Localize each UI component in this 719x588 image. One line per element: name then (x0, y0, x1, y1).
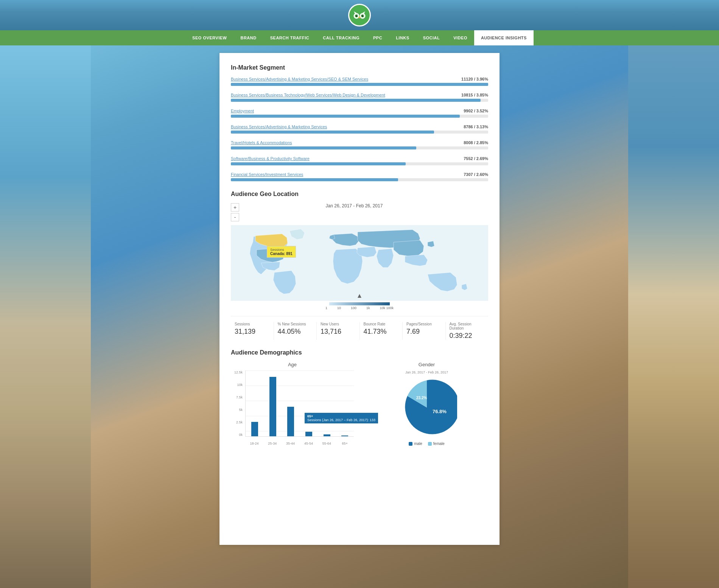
age-bar-35-44[interactable] (282, 370, 300, 436)
logo (348, 4, 371, 26)
x-label: 45-54 (299, 442, 317, 445)
segment-bar-fill (231, 83, 488, 86)
navigation: SEO OVERVIEW BRAND SEARCH TRAFFIC CALL T… (0, 30, 719, 45)
legend-female: female (428, 442, 445, 446)
svg-point-7 (363, 15, 363, 16)
segment-bar-bg (231, 146, 488, 149)
gender-chart-title: Gender (365, 362, 488, 367)
demographics-section: Audience Demographics Age 12.5k 10k 7.5k… (231, 349, 488, 446)
segment-value: 11120 / 3.96% (461, 77, 488, 81)
svg-point-6 (356, 15, 357, 16)
y-label-75k: 7.5k (231, 395, 243, 399)
content-panel: In-Market Segment Business Services/Adve… (219, 53, 500, 545)
stat-bounce-rate: Bounce Rate 41.73% (360, 322, 403, 340)
segment-bar-bg (231, 131, 488, 134)
world-map (231, 225, 488, 301)
segment-label[interactable]: Business Services/Advertising & Marketin… (231, 124, 327, 129)
nav-brand[interactable]: BRAND (233, 30, 263, 45)
stat-label: Bounce Rate (364, 322, 399, 326)
stat-value: 41.73% (364, 328, 399, 336)
stat-value: 7.69 (406, 328, 442, 336)
nav-social[interactable]: SOCIAL (416, 30, 447, 45)
segment-label[interactable]: Travel/Hotels & Accommodations (231, 140, 292, 145)
x-label: 55-64 (317, 442, 336, 445)
segment-row: Business Services/Business Technology/We… (231, 93, 488, 102)
segment-label[interactable]: Software/Business & Productivity Softwar… (231, 156, 310, 161)
nav-seo-overview[interactable]: SEO OVERVIEW (185, 30, 233, 45)
female-pct-label: 23.2% (416, 396, 427, 400)
segment-bar-fill (231, 162, 406, 165)
gender-date-range: Jan 26, 2017 - Feb 26, 2017 (365, 370, 488, 374)
x-label: 25-34 (263, 442, 282, 445)
female-label: female (433, 442, 445, 446)
age-bar-18-24[interactable] (246, 370, 264, 436)
age-tooltip: Sessions (Jan 26, 2017 – Feb 26, 2017): … (305, 413, 378, 423)
stat-label: Avg. Session Duration (450, 322, 485, 330)
segment-value: 8008 / 2.85% (464, 140, 488, 145)
age-bar (324, 434, 330, 436)
header (0, 0, 719, 30)
stat-label: Sessions (235, 322, 270, 326)
y-label-25k: 2.5k (231, 420, 243, 424)
segment-label[interactable]: Financial Services/Investment Services (231, 172, 303, 177)
zoom-in-button[interactable]: + (231, 203, 239, 212)
stat-pages-session: Pages/Session 7.69 (403, 322, 446, 340)
stat-value: 31,139 (235, 328, 270, 336)
nav-call-tracking[interactable]: CALL TRACKING (316, 30, 366, 45)
x-label: 35-44 (282, 442, 300, 445)
segment-label[interactable]: Business Services/Business Technology/We… (231, 93, 385, 97)
demographics-title: Audience Demographics (231, 349, 488, 356)
age-bars-area (245, 370, 354, 437)
age-bar-45-54[interactable] (300, 370, 318, 436)
pie-legend: male female (409, 442, 445, 446)
y-label-0k: 0k (231, 433, 243, 437)
scale-label-1: 1 (325, 306, 327, 310)
segment-value: 9902 / 3.52% (464, 109, 488, 113)
female-legend-dot (428, 442, 432, 446)
stat-new-sessions-pct: % New Sessions 44.05% (274, 322, 317, 340)
tooltip-value: Canada: 891 (270, 252, 293, 256)
nav-links[interactable]: LINKS (389, 30, 416, 45)
age-bar (341, 436, 348, 436)
gender-chart: Gender Jan 26, 2017 - Feb 26, 2017 (365, 362, 488, 446)
stat-sessions: Sessions 31,139 (231, 322, 274, 340)
x-label: 65+ (336, 442, 354, 445)
nav-audience-insights[interactable]: AUDIENCE INSIGHTS (474, 30, 534, 45)
age-bar (269, 377, 276, 436)
pie-container: 76.8% 23.2% male female (365, 377, 488, 446)
svg-point-8 (358, 17, 361, 18)
segment-bar-fill (231, 146, 416, 149)
tooltip-country: Sessions (270, 248, 293, 252)
age-y-labels: 12.5k 10k 7.5k 5k 2.5k 0k (231, 370, 244, 437)
segment-bar-fill (231, 178, 398, 181)
demo-charts: Age 12.5k 10k 7.5k 5k 2.5k 0k (231, 362, 488, 446)
age-bar-container: 12.5k 10k 7.5k 5k 2.5k 0k (231, 370, 354, 446)
age-bar (287, 407, 294, 436)
segment-row: Business Services/Advertising & Marketin… (231, 124, 488, 134)
segment-list: Business Services/Advertising & Marketin… (231, 77, 488, 181)
geo-title: Audience Geo Location (231, 191, 488, 198)
nav-ppc[interactable]: PPC (366, 30, 389, 45)
segment-label[interactable]: Employment (231, 109, 254, 113)
segment-row: Employment 9902 / 3.52% (231, 109, 488, 118)
in-market-title: In-Market Segment (231, 64, 488, 71)
geo-header: + - Jan 26, 2017 - Feb 26, 2017 (231, 203, 488, 221)
scale-label-1k: 1k (366, 306, 370, 310)
legend-male: male (409, 442, 422, 446)
zoom-out-button[interactable]: - (231, 213, 239, 221)
segment-label[interactable]: Business Services/Advertising & Marketin… (231, 77, 368, 81)
geo-section: Audience Geo Location + - Jan 26, 2017 -… (231, 191, 488, 340)
scale-label-10k: 10k 100k (380, 306, 394, 310)
male-pct-label: 76.8% (433, 409, 447, 414)
map-tooltip: Sessions Canada: 891 (267, 246, 296, 258)
age-bar-55-64[interactable] (318, 370, 336, 436)
age-x-labels: 18-24 25-34 35-44 45-54 55-64 65+ (245, 442, 354, 445)
stat-value: 44.05% (278, 328, 313, 336)
geo-controls: + - (231, 203, 239, 221)
segment-row: Software/Business & Productivity Softwar… (231, 156, 488, 165)
segment-bar-fill (231, 115, 460, 118)
age-bar-65plus[interactable] (336, 370, 354, 436)
nav-search-traffic[interactable]: SEARCH TRAFFIC (263, 30, 316, 45)
age-bar-25-34[interactable] (264, 370, 282, 436)
nav-video[interactable]: VIDEO (447, 30, 474, 45)
